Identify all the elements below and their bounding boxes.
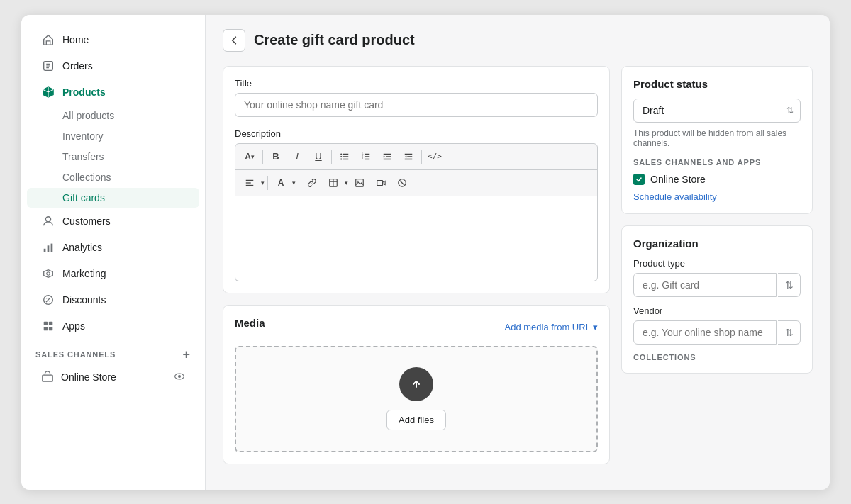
page-header: Create gift card product [223,29,813,52]
add-media-button[interactable]: Add media from URL ▾ [504,322,598,332]
sidebar-label-marketing: Marketing [62,268,106,279]
product-type-label: Product type [633,258,801,269]
status-select[interactable]: Draft Active [633,99,801,123]
product-status-card: Product status Draft Active This product… [621,66,813,214]
sidebar-sub-collections[interactable]: Collections [27,167,199,187]
organization-title: Organization [633,237,801,250]
product-type-input-wrapper: ⇅ [633,273,801,297]
editor-body[interactable] [235,196,598,281]
online-store-checkbox-label: Online Store [650,174,706,185]
title-description-card: Title Description A▾ B I U [223,66,610,293]
product-type-field: Product type ⇅ [633,258,801,297]
ul-btn[interactable] [335,147,355,167]
product-status-title: Product status [633,78,801,90]
svg-rect-39 [356,179,364,186]
italic-btn[interactable]: I [287,147,307,167]
image-btn[interactable] [350,173,369,193]
online-store-checkbox-row: Online Store [633,174,801,185]
sidebar-sub-inventory[interactable]: Inventory [27,126,199,146]
sales-channels-label: SALES CHANNELS AND APPS [633,158,801,167]
media-header: Media Add media from URL ▾ [235,317,598,337]
clear-format-btn[interactable] [392,173,412,193]
sidebar-item-home[interactable]: Home [27,27,199,52]
bold-btn[interactable]: B [266,147,286,167]
divider-5 [299,176,299,190]
title-input[interactable] [235,93,598,117]
table-dropdown[interactable]: ▾ [345,179,348,186]
video-btn[interactable] [371,173,391,193]
schedule-availability-link[interactable]: Schedule availability [633,191,717,202]
vendor-input[interactable] [633,320,777,345]
divider-3 [421,150,422,164]
link-btn[interactable] [302,173,322,193]
sidebar-item-apps[interactable]: Apps [27,313,199,339]
vendor-stepper[interactable]: ⇅ [778,320,801,345]
status-select-wrapper: Draft Active [633,99,801,123]
add-sales-channel-button[interactable]: + [183,348,191,361]
eye-icon[interactable] [174,371,185,384]
svg-rect-5 [51,243,53,252]
sidebar-item-marketing[interactable]: Marketing [27,261,199,286]
outdent-btn[interactable] [399,147,418,167]
sidebar-item-analytics[interactable]: Analytics [27,235,199,260]
font-family-btn[interactable]: A▾ [240,147,260,167]
svg-rect-4 [48,245,50,252]
discounts-icon [41,293,55,307]
code-btn[interactable]: </> [425,147,445,167]
product-type-stepper[interactable]: ⇅ [778,273,801,297]
toolbar-row-2: ▾ A ▾ ▾ [235,170,597,196]
sidebar-item-discounts[interactable]: Discounts [27,287,199,313]
apps-icon [41,319,55,333]
vendor-field: Vendor ⇅ [633,306,801,345]
back-button[interactable] [223,29,245,52]
sidebar-sub-all-products[interactable]: All products [27,106,199,125]
online-store-label: Online Store [61,371,116,383]
align-btn[interactable] [240,173,260,193]
align-dropdown[interactable]: ▾ [261,179,265,186]
organization-card: Organization Product type ⇅ Vendor ⇅ [621,225,813,374]
vendor-label: Vendor [633,306,801,316]
drop-zone[interactable]: Add files [235,346,598,452]
customers-icon [41,214,55,228]
svg-point-18 [340,153,342,155]
table-btn[interactable] [323,173,343,193]
status-hint: This product will be hidden from all sal… [633,128,801,148]
svg-point-20 [340,158,342,159]
svg-rect-10 [44,326,48,330]
sidebar-item-products[interactable]: Products [27,79,199,105]
divider-1 [262,150,263,164]
sidebar-label-orders: Orders [62,60,93,72]
svg-point-14 [178,375,181,378]
page-title: Create gift card product [254,32,415,48]
sales-channels-section: SALES CHANNELS + [21,340,205,364]
sidebar-item-online-store[interactable]: Online Store [27,364,199,391]
main-column: Title Description A▾ B I U [223,66,610,464]
underline-btn[interactable]: U [308,147,328,167]
ol-btn[interactable]: 1.2.3. [356,147,376,167]
svg-line-43 [400,180,405,185]
toolbar-row-1: A▾ B I U 1.2.3. [235,144,597,170]
svg-rect-11 [49,326,52,330]
add-files-button[interactable]: Add files [386,410,446,430]
sidebar-label-analytics: Analytics [62,242,102,253]
collections-label: COLLECTIONS [633,353,801,362]
description-label: Description [235,128,598,139]
online-store-checkbox[interactable] [633,174,645,185]
orders-icon [41,59,55,73]
svg-rect-3 [44,248,46,252]
sidebar-sub-gift-cards[interactable]: Gift cards [27,188,199,208]
sidebar-item-customers[interactable]: Customers [27,208,199,234]
upload-icon [399,367,433,401]
divider-2 [331,150,332,164]
indent-btn[interactable] [377,147,397,167]
svg-point-2 [45,216,50,221]
product-type-input[interactable] [633,273,777,297]
side-column: Product status Draft Active This product… [621,66,813,374]
sidebar-sub-transfers[interactable]: Transfers [27,147,199,167]
products-icon [41,85,55,99]
svg-point-40 [357,180,359,181]
text-color-btn[interactable]: A [271,173,291,193]
color-dropdown[interactable]: ▾ [292,179,296,186]
sidebar-item-orders[interactable]: Orders [27,53,199,79]
title-label: Title [235,78,598,89]
